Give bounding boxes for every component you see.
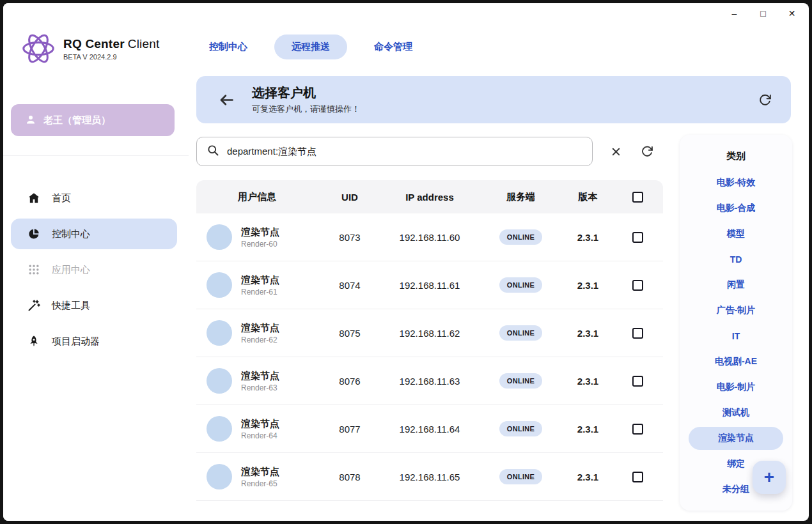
- client-name: 渲染节点: [241, 418, 279, 430]
- category-item[interactable]: 电视剧-AE: [680, 349, 792, 374]
- table-header-row: 用户信息 UID IP address 服务端 版本: [196, 180, 663, 213]
- user-label: 老王（管理员）: [43, 114, 111, 127]
- client-version: 2.3.1: [564, 472, 612, 482]
- sidebar-item-label: 应用中心: [52, 264, 90, 276]
- client-ip: 192.168.11.61: [382, 280, 478, 291]
- app-logo-row: RQ CenterClient BETA V 2024.2.9: [20, 30, 160, 67]
- sidebar-item-quick-tools[interactable]: 快捷工具: [11, 290, 177, 321]
- avatar: [207, 320, 232, 346]
- client-name: 渲染节点: [241, 322, 279, 334]
- category-panel: 类别 电影-特效 电影-合成 模型 TD 闲置 广告-制片 IT 电视剧-AE …: [680, 135, 792, 511]
- top-tabs: 控制中心 远程推送 命令管理: [209, 34, 412, 59]
- tab-control-center[interactable]: 控制中心: [209, 41, 247, 53]
- table-row[interactable]: 渲染节点 Render-62 8075 192.168.11.62 ONLINE…: [196, 309, 663, 357]
- user-badge[interactable]: 老王（管理员）: [11, 104, 175, 136]
- category-item[interactable]: 广告-制片: [680, 298, 792, 323]
- category-item[interactable]: 电影-合成: [680, 196, 792, 221]
- col-header-uid: UID: [318, 192, 382, 203]
- row-checkbox[interactable]: [632, 472, 643, 482]
- client-version: 2.3.1: [564, 376, 612, 387]
- close-button[interactable]: ✕: [777, 4, 806, 22]
- tab-remote-push[interactable]: 远程推送: [274, 35, 347, 59]
- minimize-button[interactable]: –: [720, 4, 749, 22]
- sidebar-item-label: 项目启动器: [52, 335, 100, 348]
- home-icon: [27, 192, 40, 204]
- client-table: 用户信息 UID IP address 服务端 版本 渲染节点 Render-6…: [196, 180, 663, 510]
- row-checkbox[interactable]: [632, 328, 643, 339]
- avatar: [207, 368, 232, 394]
- sidebar-item-control-center[interactable]: 控制中心: [11, 219, 177, 249]
- add-category-button[interactable]: +: [753, 461, 786, 494]
- col-header-server: 服务端: [478, 191, 564, 203]
- row-checkbox[interactable]: [632, 232, 643, 243]
- client-name: 渲染节点: [241, 274, 279, 286]
- sidebar-item-app-center[interactable]: 应用中心: [11, 254, 177, 285]
- client-uid: 8073: [318, 232, 382, 243]
- status-badge: ONLINE: [499, 277, 542, 293]
- pie-chart-icon: [27, 227, 40, 240]
- maximize-button[interactable]: □: [749, 4, 777, 22]
- client-version: 2.3.1: [564, 424, 612, 435]
- row-checkbox[interactable]: [632, 424, 643, 435]
- table-row[interactable]: 渲染节点 Render-63 8076 192.168.11.63 ONLINE…: [196, 357, 663, 405]
- app-title: RQ CenterClient: [63, 37, 160, 51]
- category-item[interactable]: IT: [680, 323, 792, 349]
- tab-command-management[interactable]: 命令管理: [374, 41, 412, 53]
- client-version: 2.3.1: [564, 280, 612, 291]
- col-header-userinfo: 用户信息: [196, 191, 318, 203]
- category-item[interactable]: 电影-制片: [680, 374, 792, 400]
- status-badge: ONLINE: [499, 373, 542, 389]
- category-item-selected[interactable]: 渲染节点: [689, 427, 783, 450]
- client-version: 2.3.1: [564, 328, 612, 339]
- rocket-icon: [27, 335, 40, 348]
- avatar: [207, 272, 232, 298]
- app-version: BETA V 2024.2.9: [63, 53, 160, 61]
- category-item[interactable]: 模型: [680, 221, 792, 247]
- status-badge: ONLINE: [499, 469, 542, 484]
- back-arrow-icon[interactable]: [218, 91, 235, 109]
- client-hostname: Render-65: [241, 479, 279, 488]
- table-row[interactable]: 渲染节点 Render-64 8077 192.168.11.64 ONLINE…: [196, 405, 663, 453]
- client-uid: 8075: [318, 328, 382, 339]
- page-subtitle: 可复选客户机，请谨慎操作！: [252, 104, 360, 115]
- search-refresh-icon[interactable]: [637, 141, 657, 162]
- col-header-ip: IP address: [382, 192, 478, 203]
- page-header-card: 选择客户机 可复选客户机，请谨慎操作！: [196, 76, 791, 123]
- select-all-checkbox[interactable]: [632, 192, 643, 203]
- status-badge: ONLINE: [499, 325, 542, 341]
- row-checkbox[interactable]: [632, 280, 643, 291]
- client-uid: 8076: [318, 376, 382, 387]
- category-item[interactable]: TD: [680, 247, 792, 272]
- table-row[interactable]: 渲染节点 Render-61 8074 192.168.11.61 ONLINE…: [196, 261, 663, 309]
- category-item[interactable]: 电影-特效: [680, 170, 792, 196]
- sidebar-divider: [3, 155, 189, 156]
- table-row[interactable]: 渲染节点 Render-65 8078 192.168.11.65 ONLINE…: [196, 453, 663, 501]
- search-box: [196, 137, 593, 166]
- table-row[interactable]: 渲染节点 Render-60 8073 192.168.11.60 ONLINE…: [196, 213, 663, 261]
- sidebar-item-home[interactable]: 首页: [11, 183, 177, 213]
- row-checkbox[interactable]: [632, 376, 643, 387]
- clear-search-icon[interactable]: [605, 141, 626, 162]
- sidebar-item-label: 首页: [52, 192, 71, 204]
- category-item[interactable]: 测试机: [680, 400, 792, 426]
- avatar: [207, 416, 232, 442]
- sidebar-item-project-launcher[interactable]: 项目启动器: [11, 326, 177, 357]
- client-version: 2.3.1: [564, 232, 612, 243]
- client-hostname: Render-64: [241, 431, 279, 440]
- refresh-icon[interactable]: [758, 93, 772, 107]
- client-hostname: Render-63: [241, 383, 279, 392]
- client-uid: 8078: [318, 472, 382, 482]
- table-partial-row: [196, 501, 663, 510]
- category-panel-title: 类别: [680, 135, 792, 162]
- client-name: 渲染节点: [241, 226, 279, 238]
- category-item[interactable]: 闲置: [680, 272, 792, 298]
- client-hostname: Render-61: [241, 288, 279, 297]
- sidebar-item-label: 快捷工具: [52, 300, 90, 312]
- status-badge: ONLINE: [499, 421, 542, 436]
- search-input[interactable]: [227, 146, 582, 157]
- search-icon: [207, 144, 219, 159]
- app-window: – □ ✕ RQ CenterClient BETA V 2024.2.9 老王…: [3, 3, 809, 521]
- magic-wand-icon: [27, 299, 40, 312]
- client-name: 渲染节点: [241, 370, 279, 382]
- user-icon: [25, 114, 36, 127]
